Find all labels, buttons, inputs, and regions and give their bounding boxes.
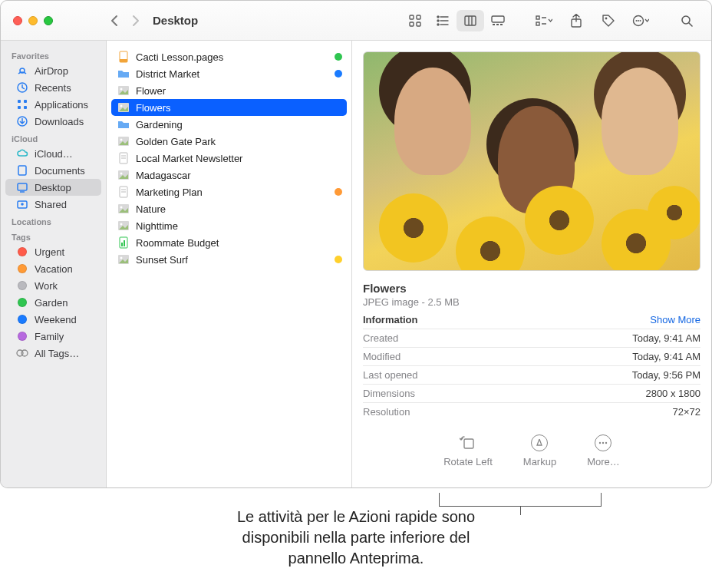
close-window-button[interactable] [13,16,22,25]
file-name: Golden Gate Park [136,136,216,147]
window-title: Desktop [153,14,198,27]
sidebar-item-vacation[interactable]: Vacation [5,260,101,277]
info-row: Resolution72×72 [363,402,700,421]
sidebar-item-documents[interactable]: Documents [5,162,101,179]
svg-rect-13 [492,16,504,22]
sidebar-item-label: Recents [35,82,71,94]
tag-icon [16,330,28,342]
file-icon [117,169,130,181]
svg-point-71 [605,442,607,444]
sidebar-item-shared[interactable]: Shared [5,196,101,213]
file-row[interactable]: Marketing Plan [107,183,351,200]
info-label: Information [363,314,418,325]
tag-icon [16,279,28,292]
file-row[interactable]: Flower [107,82,351,99]
list-view-button[interactable] [429,10,457,31]
file-row[interactable]: Nature [107,200,351,217]
markup-action[interactable]: Markup [523,434,556,467]
back-button[interactable] [107,12,124,30]
sidebar-item-all-tags-[interactable]: All Tags… [5,345,101,362]
group-by-button[interactable] [530,10,558,31]
info-label: Modified [363,351,400,362]
apps-icon [16,98,28,111]
file-icon [117,51,130,63]
svg-line-28 [689,23,692,26]
svg-point-62 [120,223,123,226]
svg-point-50 [120,139,123,141]
svg-rect-32 [24,100,27,103]
file-icon [117,203,130,215]
file-row[interactable]: Golden Gate Park [107,133,351,150]
rotate-left-action[interactable]: Rotate Left [443,434,493,467]
svg-rect-68 [464,439,473,448]
more-action[interactable]: More… [587,434,620,467]
icon-view-button[interactable] [401,10,429,31]
svg-point-70 [602,442,604,444]
tag-icon [16,296,28,309]
file-tag-dot [335,188,342,196]
search-button[interactable] [673,10,700,31]
window-controls [1,1,107,40]
file-row[interactable]: Madagascar [107,167,351,183]
file-name: Flowers [136,102,171,114]
sidebar-item-applications[interactable]: Applications [5,96,101,113]
more-actions-button[interactable] [627,10,654,31]
info-row: Dimensions2800 x 1800 [363,384,700,402]
callout-line: Le attività per le Azioni rapide sono [0,507,712,527]
quick-actions: Rotate Left Markup More… [363,434,700,467]
file-name: Flower [136,85,166,97]
fullscreen-window-button[interactable] [44,16,53,25]
sidebar-item-recents[interactable]: Recents [5,79,101,96]
column-view-button[interactable] [457,10,484,31]
file-name: Sunset Surf [136,254,188,266]
file-icon [117,84,130,97]
info-value: Today, 9:41 AM [632,351,700,362]
sidebar-item-urgent[interactable]: Urgent [5,243,101,260]
info-row: CreatedToday, 9:41 AM [363,329,700,347]
sidebar-item-airdrop[interactable]: AirDrop [5,62,101,79]
svg-rect-10 [465,16,476,25]
callout-line: pannello Anteprima. [0,548,712,569]
shared-icon [16,198,28,210]
info-value: 2800 x 1800 [645,388,700,399]
doc-icon [16,164,28,177]
gallery-view-button[interactable] [484,10,512,31]
forward-button[interactable] [127,12,143,30]
sidebar-item-downloads[interactable]: Downloads [5,113,101,130]
file-row[interactable]: Cacti Lesson.pages [107,48,351,65]
file-tag-dot [335,256,342,263]
tag-icon [16,246,28,258]
svg-point-9 [437,24,439,25]
sidebar-item-label: Garden [35,297,68,309]
sidebar-item-desktop[interactable]: Desktop [5,179,101,196]
share-button[interactable] [562,10,590,31]
markup-label: Markup [523,456,556,467]
file-name: Roommate Budget [136,237,219,249]
sidebar-item-label: Work [35,280,58,292]
sidebar-item-garden[interactable]: Garden [5,294,101,311]
preview-subtitle: JPEG image - 2.5 MB [363,296,700,308]
tag-icon [16,313,28,325]
sidebar-item-family[interactable]: Family [5,328,101,345]
file-row[interactable]: Nighttime [107,217,351,234]
tags-button[interactable] [595,10,622,31]
sidebar-item-work[interactable]: Work [5,277,101,294]
file-row[interactable]: Flowers [111,99,347,116]
file-row[interactable]: Sunset Surf [107,251,351,268]
file-row[interactable]: Gardening [107,116,351,133]
preview-thumbnail [363,51,700,271]
finder-window: Desktop [0,0,712,488]
file-name: Nighttime [136,220,178,232]
minimize-window-button[interactable] [28,16,38,25]
sidebar-item-icloud-[interactable]: iCloud… [5,145,101,162]
svg-point-69 [599,442,601,444]
toolbar [401,10,700,31]
file-icon [117,236,130,249]
file-row[interactable]: Roommate Budget [107,234,351,251]
svg-rect-14 [493,24,495,25]
show-more-button[interactable]: Show More [650,314,700,325]
sidebar-item-weekend[interactable]: Weekend [5,311,101,328]
file-row[interactable]: Local Market Newsletter [107,150,351,167]
content-area: FavoritesAirDropRecentsApplicationsDownl… [1,41,711,487]
file-row[interactable]: District Market [107,65,351,82]
